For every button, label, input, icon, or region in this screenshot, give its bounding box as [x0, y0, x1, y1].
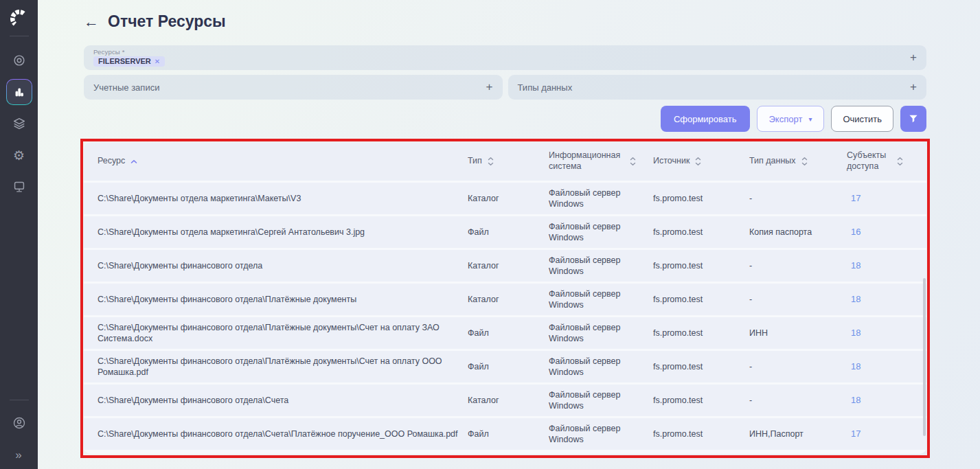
clear-button[interactable]: Очистить	[831, 106, 893, 132]
resource-chip-label: FILERSERVER	[98, 57, 151, 65]
sidebar-item-reports[interactable]	[6, 79, 32, 105]
column-header-subjects[interactable]: Субъекты доступа	[847, 150, 913, 172]
add-data-type-icon[interactable]: +	[910, 80, 917, 94]
cell-type: Каталог	[468, 294, 549, 305]
table-scrollbar-thumb[interactable]	[923, 278, 926, 436]
table-row[interactable]: C:\Share\Документы финансового отдела\Пл…	[84, 317, 926, 349]
table-header-row: Ресурс Тип Информационная система	[84, 142, 926, 181]
data-types-filter-field[interactable]: Типы данных +	[508, 75, 927, 100]
sort-both-icon	[488, 157, 494, 166]
cell-subjects: 18	[847, 395, 913, 407]
cell-subjects: 16	[847, 227, 913, 238]
account-icon	[12, 415, 27, 431]
cell-source: fs.promo.test	[653, 193, 749, 204]
cell-subjects: 18	[847, 328, 913, 339]
sort-both-icon	[695, 157, 701, 166]
sidebar-expand-chevrons[interactable]: »	[15, 448, 22, 462]
table-row[interactable]: C:\Share\Документы отдела маркетинга\Мак…	[84, 183, 926, 214]
resources-filter-field[interactable]: Ресурсы * FILERSERVER ✕ +	[84, 45, 926, 70]
sidebar-nav: ⚙	[6, 47, 32, 200]
column-label: Ресурс	[98, 156, 125, 167]
eye-icon	[12, 53, 27, 68]
cell-data-type: -	[749, 193, 847, 204]
funnel-icon	[908, 113, 919, 124]
add-resource-icon[interactable]: +	[910, 51, 917, 65]
cell-type: Каталог	[468, 260, 549, 271]
column-label: Тип данных	[749, 156, 796, 167]
table-row[interactable]: C:\Share\Документы финансового отдела\Сч…	[84, 418, 926, 450]
layers-icon	[12, 116, 27, 131]
sidebar-item-layers[interactable]	[6, 111, 32, 137]
column-header-system[interactable]: Информационная система	[549, 150, 653, 172]
column-header-resource[interactable]: Ресурс	[98, 156, 468, 167]
cell-type: Файл	[468, 428, 549, 439]
sidebar-divider	[10, 400, 29, 400]
accounts-filter-field[interactable]: Учетные записи +	[84, 75, 503, 100]
report-table-region: Ресурс Тип Информационная система	[84, 142, 926, 454]
resources-filter-label: Ресурсы *	[93, 48, 899, 56]
cell-subjects: 18	[847, 260, 913, 272]
accounts-placeholder: Учетные записи	[93, 82, 159, 93]
cell-type: Файл	[468, 361, 549, 372]
resources-chips: FILERSERVER ✕	[93, 56, 899, 67]
generate-button[interactable]: Сформировать	[661, 106, 750, 132]
cell-subjects: 18	[847, 361, 913, 373]
subjects-count-link[interactable]: 16	[847, 227, 861, 237]
cell-resource-path: C:\Share\Документы финансового отдела\Пл…	[98, 294, 468, 305]
subjects-count-link[interactable]: 18	[847, 361, 861, 371]
subjects-count-link[interactable]: 18	[847, 294, 861, 304]
cell-resource-path: C:\Share\Документы финансового отдела\Сч…	[98, 395, 468, 406]
filter-row: Учетные записи + Типы данных +	[84, 75, 926, 100]
cell-source: fs.promo.test	[653, 395, 749, 406]
sidebar-divider	[10, 36, 29, 36]
export-button[interactable]: Экспорт ▾	[757, 106, 825, 132]
table-row[interactable]: C:\Share\Документы финансового отдела Ка…	[84, 250, 926, 282]
cell-type: Каталог	[468, 395, 549, 406]
cell-information-system: Файловый сервер Windows	[549, 423, 645, 446]
monitor-icon	[12, 179, 27, 194]
cell-subjects: 17	[847, 193, 913, 205]
column-header-data-type[interactable]: Тип данных	[749, 156, 847, 167]
data-types-placeholder: Типы данных	[518, 82, 573, 93]
add-account-icon[interactable]: +	[486, 80, 493, 94]
cell-information-system: Файловый сервер Windows	[549, 322, 645, 345]
cell-information-system: Файловый сервер Windows	[549, 255, 645, 277]
table-row[interactable]: C:\Share\Документы финансового отдела\Пл…	[84, 351, 926, 382]
column-header-type[interactable]: Тип	[468, 156, 549, 167]
sidebar-bottom: »	[6, 394, 32, 462]
sidebar-item-settings[interactable]: ⚙	[6, 142, 32, 168]
chip-remove-icon[interactable]: ✕	[155, 58, 160, 65]
column-label: Субъекты доступа	[847, 150, 891, 172]
cell-information-system: Файловый сервер Windows	[549, 221, 645, 244]
column-header-source[interactable]: Источник	[653, 156, 749, 167]
cell-source: fs.promo.test	[653, 260, 749, 271]
column-label: Источник	[653, 156, 690, 167]
table-row[interactable]: C:\Share\Документы финансового отдела\Сч…	[84, 385, 926, 416]
subjects-count-link[interactable]: 18	[847, 395, 861, 405]
sidebar-item-devices[interactable]	[6, 174, 32, 200]
sort-both-icon	[897, 157, 903, 166]
subjects-count-link[interactable]: 17	[847, 428, 861, 439]
table-row[interactable]: C:\Share\Документы отдела маркетинга\Сер…	[84, 216, 926, 248]
filter-button[interactable]	[900, 106, 926, 132]
sort-asc-icon	[130, 159, 137, 164]
account-button[interactable]	[6, 410, 32, 436]
sidebar-item-monitoring[interactable]	[6, 47, 32, 73]
cell-information-system: Файловый сервер Windows	[549, 288, 645, 311]
cell-resource-path: C:\Share\Документы финансового отдела	[98, 260, 468, 271]
cell-information-system: Файловый сервер Windows	[549, 356, 645, 378]
cell-resource-path: C:\Share\Документы отдела маркетинга\Мак…	[98, 193, 468, 204]
cell-resource-path: C:\Share\Документы финансового отдела\Пл…	[98, 356, 468, 378]
subjects-count-link[interactable]: 18	[847, 328, 861, 338]
cell-data-type: ИНН	[749, 328, 847, 339]
subjects-count-link[interactable]: 17	[847, 193, 861, 203]
cell-data-type: ИНН,Паспорт	[749, 428, 847, 439]
column-label: Информационная система	[549, 150, 624, 172]
subjects-count-link[interactable]: 18	[847, 260, 861, 271]
back-arrow-icon[interactable]: ←	[84, 14, 99, 30]
cell-type: Файл	[468, 328, 549, 339]
cell-type: Файл	[468, 227, 549, 238]
sidebar: ⚙ »	[0, 0, 38, 469]
table-row[interactable]: C:\Share\Документы финансового отдела\Пл…	[84, 284, 926, 315]
cell-subjects: 17	[847, 428, 913, 440]
